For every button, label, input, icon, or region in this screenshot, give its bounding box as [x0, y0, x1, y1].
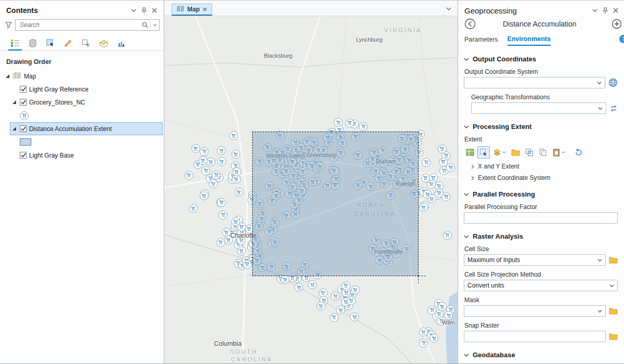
grocery-store-marker[interactable] [237, 246, 246, 255]
reset-extent-icon[interactable] [573, 146, 585, 159]
grocery-store-marker[interactable] [218, 211, 227, 219]
copy-extent-icon[interactable] [537, 146, 549, 159]
grocery-store-marker[interactable] [191, 144, 200, 153]
grocery-store-marker[interactable] [435, 189, 444, 198]
xy-extent-expander[interactable]: X and Y Extent [471, 163, 618, 170]
search-icon[interactable] [142, 22, 148, 28]
grocery-store-marker[interactable] [217, 198, 226, 207]
tab-environments[interactable]: Environments [508, 35, 551, 46]
grocery-store-marker[interactable] [342, 281, 350, 290]
close-icon[interactable] [149, 6, 160, 15]
cell-size-projection-dropdown[interactable]: Convert units [464, 280, 618, 291]
grocery-store-marker[interactable] [422, 158, 431, 167]
ocs-dropdown[interactable] [464, 77, 605, 88]
tree-item-distance-accumulation-extent[interactable]: Distance Accumulation Extent [10, 122, 163, 135]
paste-extent-icon[interactable] [550, 146, 567, 159]
grocery-store-marker[interactable] [351, 285, 360, 294]
grocery-store-marker[interactable] [427, 306, 436, 315]
expander-icon[interactable] [4, 74, 10, 79]
grocery-store-marker[interactable] [185, 171, 193, 180]
layer-checkbox[interactable] [20, 125, 27, 132]
list-by-snapping-icon[interactable] [78, 36, 94, 50]
grocery-store-marker[interactable] [438, 145, 447, 153]
gt-dropdown[interactable] [471, 102, 606, 114]
add-to-model-icon[interactable] [612, 19, 622, 29]
tab-list-chevron-icon[interactable] [446, 3, 451, 12]
tree-item-map[interactable]: Map [0, 70, 164, 83]
grocery-store-marker[interactable] [232, 167, 241, 176]
tree-item-light-gray-base[interactable]: Light Gray Base [10, 149, 163, 162]
grocery-store-marker[interactable] [330, 313, 339, 322]
grocery-store-marker[interactable] [212, 171, 220, 179]
expander-icon[interactable] [11, 100, 17, 105]
parallel-factor-input[interactable] [467, 214, 614, 222]
pin-icon[interactable] [600, 6, 610, 15]
back-icon[interactable] [464, 18, 476, 30]
section-geodatabase[interactable]: Geodatabase [464, 351, 618, 359]
grocery-store-marker[interactable] [201, 166, 210, 175]
grocery-store-marker[interactable] [200, 147, 209, 156]
display-extent-icon[interactable] [464, 146, 476, 159]
extent-symbol-row[interactable] [10, 135, 164, 149]
snap-raster-input[interactable] [467, 333, 602, 340]
grocery-store-marker[interactable] [235, 188, 243, 197]
layer-extent-icon[interactable] [491, 146, 508, 159]
draw-extent-icon[interactable] [477, 146, 490, 159]
section-parallel-processing[interactable]: Parallel Processing [464, 190, 618, 198]
grocery-store-marker[interactable] [345, 119, 354, 127]
filter-icon[interactable] [5, 22, 12, 28]
section-output-coordinates[interactable]: Output Coordinates [464, 55, 618, 63]
list-by-drawing-order-icon[interactable] [7, 36, 23, 50]
grocery-store-marker[interactable] [446, 163, 455, 172]
grocery-store-marker[interactable] [419, 339, 428, 347]
mask-dropdown[interactable] [464, 305, 606, 317]
tree-item-light-gray-reference[interactable]: Light Gray Reference [10, 83, 163, 96]
intersect-extent-icon[interactable] [523, 146, 536, 159]
cell-size-dropdown[interactable]: Maximum of Inputs [464, 254, 606, 266]
grocery-store-marker[interactable] [217, 157, 226, 166]
list-by-selection-icon[interactable] [43, 36, 58, 50]
grocery-store-marker[interactable] [237, 223, 246, 231]
grocery-store-marker[interactable] [347, 296, 356, 305]
list-by-charts-icon[interactable] [113, 36, 129, 50]
tree-item-grocery-stores-nc[interactable]: Grocery_Stores_NC [10, 96, 163, 109]
help-icon[interactable]: ? [619, 35, 624, 45]
grocery-store-marker[interactable] [206, 158, 215, 166]
pin-icon[interactable] [139, 6, 149, 15]
grocery-store-marker[interactable] [334, 118, 343, 127]
grocery-store-marker[interactable] [359, 122, 368, 131]
grocery-store-marker[interactable] [189, 204, 198, 213]
map-tab[interactable]: Map [172, 4, 212, 16]
grocery-store-marker[interactable] [317, 302, 326, 310]
grocery-store-marker[interactable] [243, 260, 252, 269]
grocery-store-marker[interactable] [427, 194, 436, 203]
tab-parameters[interactable]: Parameters [464, 36, 498, 45]
distance-accumulation-extent-graphic[interactable] [252, 132, 419, 276]
grocery-store-marker[interactable] [231, 150, 240, 159]
layer-checkbox[interactable] [20, 152, 27, 159]
grocery-store-marker[interactable] [439, 158, 448, 166]
expander-icon[interactable] [11, 126, 17, 131]
grocery-store-marker[interactable] [222, 228, 231, 237]
grocery-store-marker[interactable] [427, 180, 436, 189]
map-tab-close-icon[interactable] [203, 6, 207, 13]
search-options-chevron-icon[interactable] [153, 24, 157, 27]
layer-checkbox[interactable] [20, 99, 27, 106]
extent-resize-handle[interactable] [419, 276, 426, 276]
grocery-store-marker[interactable] [199, 156, 207, 165]
globe-icon[interactable] [608, 78, 618, 87]
grocery-store-marker[interactable] [443, 231, 452, 240]
mask-folder-icon[interactable] [609, 307, 618, 315]
list-by-labeling-icon[interactable] [96, 36, 111, 50]
extent-cs-expander[interactable]: Extent Coordinate System [471, 174, 618, 181]
grocery-store-marker[interactable] [216, 238, 225, 247]
list-by-editing-icon[interactable] [60, 36, 76, 50]
chevron-down-icon[interactable] [590, 6, 600, 15]
map-canvas[interactable]: VIRGINIALynchburgBlacksburgWinston-Salem… [164, 16, 458, 363]
section-raster-analysis[interactable]: Raster Analysis [464, 232, 618, 240]
snap-raster-folder-icon[interactable] [609, 333, 618, 340]
search-input[interactable] [20, 21, 142, 29]
swap-transformations-icon[interactable] [609, 105, 618, 112]
cell-size-folder-icon[interactable] [609, 256, 618, 264]
browse-extent-folder-icon[interactable] [509, 146, 522, 159]
